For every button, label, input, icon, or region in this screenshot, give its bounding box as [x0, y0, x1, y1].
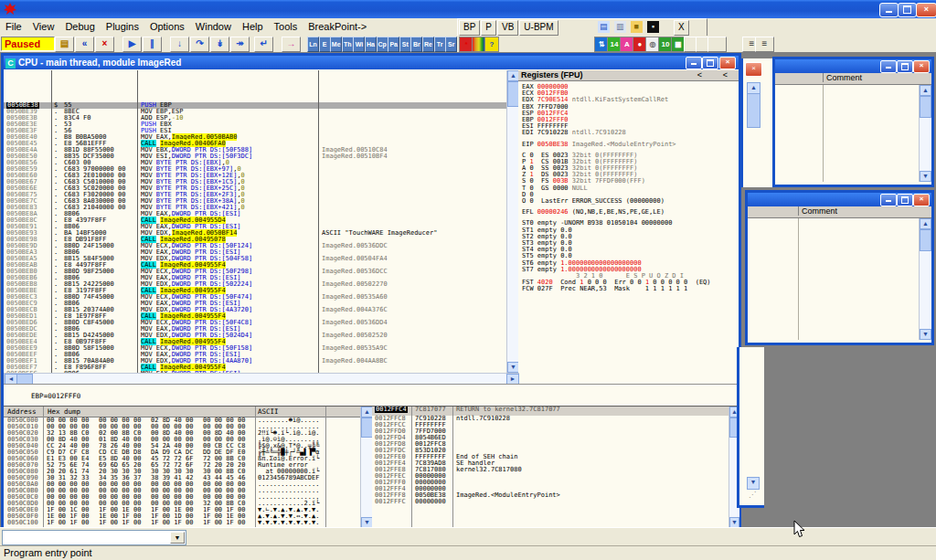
plugin-button-p[interactable]: P [481, 20, 496, 36]
step-into-icon[interactable]: ↓ [170, 37, 189, 52]
plugin-close-button[interactable]: X [674, 20, 689, 36]
toolbar-button-pa[interactable]: Pa [388, 37, 399, 52]
register-line[interactable]: O 0 LastErr ERROR_SUCCESS (00000000) [518, 198, 739, 205]
cpu-minimize-button[interactable] [686, 57, 702, 69]
run-icon[interactable]: ▶ [122, 37, 142, 52]
toolbar-button-re[interactable]: Re [422, 37, 434, 52]
main-titlebar[interactable]: × [0, 0, 936, 18]
trace-into-icon[interactable]: ↡ [210, 37, 229, 52]
list-2-icon[interactable]: ≡ [755, 37, 774, 52]
dump-row[interactable]: 0050C1001F 00 1F 001F 00 1F 001F 00 1F 0… [4, 520, 360, 526]
toolbar-button-cp[interactable]: Cp [377, 37, 388, 52]
comment2-close-button[interactable]: × [913, 194, 930, 206]
folder-icon[interactable]: ■ [631, 21, 643, 33]
help-icon[interactable]: ? [484, 37, 499, 52]
menu-item-options[interactable]: Options [144, 18, 190, 36]
comment-window-2[interactable]: × Comment ▲ ▼ [745, 190, 934, 345]
scroll-up-button[interactable]: ▲ [920, 85, 931, 96]
close-program-icon[interactable]: × [95, 37, 114, 52]
minimize-button[interactable] [879, 3, 899, 17]
pause-icon[interactable]: ∥ [143, 37, 162, 52]
comment2-scrollbar[interactable]: ▲ ▼ [919, 218, 931, 340]
registers-pane[interactable]: Registers (FPU) < < EAX 00000000ECX 0012… [518, 70, 739, 406]
cpu-window[interactable]: CCPU - main thread, module ImageRed × 00… [1, 53, 741, 530]
comment1-maximize-button[interactable] [897, 60, 913, 73]
fragment-scroll-thumb[interactable] [747, 93, 760, 128]
restart-icon[interactable]: « [75, 37, 94, 52]
menu-item-window[interactable]: Window [190, 18, 237, 36]
menu-item-tools[interactable]: Tools [269, 18, 303, 36]
restore-icon [903, 5, 911, 14]
comment1-close-button[interactable]: × [913, 60, 930, 73]
register-line[interactable]: EDI 7C910228 ntdll.7C910228 [518, 130, 739, 136]
command-combobox[interactable]: ▼ [2, 530, 186, 545]
toolbar-button-sr[interactable]: Sr [445, 37, 457, 52]
scroll-down-button[interactable]: ▼ [920, 329, 931, 340]
fragment-close-button[interactable]: × [745, 62, 762, 77]
comment2-maximize-button[interactable] [897, 194, 913, 206]
toolbar-button-me[interactable]: Me [330, 37, 342, 52]
log-icon[interactable]: ▥ [614, 21, 626, 33]
trace-over-icon[interactable]: ↠ [230, 37, 250, 52]
toolbar-button-st[interactable]: St [399, 37, 411, 52]
stack-row[interactable]: 0012FFFC00000000 [372, 499, 729, 505]
comment-window-1-titlebar[interactable]: × [775, 59, 931, 73]
stack-pane[interactable]: 0012FFC47C817077RETURN to kernel32.7C817… [372, 407, 729, 528]
toolbar-button-e[interactable]: E [319, 37, 331, 52]
disasm-col-divider-3[interactable] [318, 70, 319, 373]
scroll-thumb[interactable] [920, 229, 931, 251]
toolbar-button-ln[interactable]: Ln [307, 37, 319, 52]
register-line[interactable]: T 0 GS 0000 NULL [518, 185, 739, 192]
menu-item-plugins[interactable]: Plugins [101, 18, 144, 36]
cpu-maximize-button[interactable] [702, 57, 718, 69]
disassembly-pane[interactable]: 0050BE38$55PUSH EBP0050BE39.8BECMOV EBP,… [4, 70, 506, 373]
resize-grip-icon[interactable]: ⋰ [749, 491, 760, 502]
register-line[interactable]: EFL 00000246 (NO,NB,E,BE,NS,PE,GE,LE) [518, 209, 739, 216]
combobox-dropdown-button[interactable]: ▼ [170, 532, 185, 544]
pane-left-arrow[interactable]: < [697, 70, 702, 79]
disasm-vscrollbar[interactable]: ▲ ▼ [506, 70, 519, 373]
disasm-row[interactable]: 0050BE3B.83C4 F0ADD ESP,-10 [4, 115, 506, 122]
go-to-icon[interactable]: → [282, 37, 301, 52]
dump-vscrollbar[interactable]: ▲ ▼ [360, 407, 373, 528]
plugin-button-bp[interactable]: BP [459, 20, 480, 36]
plugin-button-vb[interactable]: VB [497, 20, 518, 36]
disasm-col-divider-1[interactable] [51, 70, 52, 373]
console-icon[interactable]: ▪ [647, 21, 659, 33]
open-file-icon[interactable]: ▤ [55, 37, 74, 52]
menu-item-debug[interactable]: Debug [59, 18, 100, 36]
menu-item-breakpoint[interactable]: BreakPoint-> [303, 18, 372, 36]
comment2-minimize-button[interactable] [880, 194, 897, 206]
disasm-row[interactable]: 0050BE3E.53PUSH EBX [4, 122, 506, 128]
text-segment: EFL [522, 208, 537, 216]
step-over-icon[interactable]: ↷ [190, 37, 209, 52]
menu-item-help[interactable]: Help [237, 18, 269, 36]
scroll-up-button[interactable]: ▲ [920, 218, 931, 229]
comment1-minimize-button[interactable] [880, 60, 897, 73]
toolbar-button-br[interactable]: Br [410, 37, 422, 52]
menu-item-file[interactable]: File [0, 18, 27, 36]
scroll-thumb[interactable] [920, 96, 931, 118]
comment1-scrollbar[interactable]: ▲ ▼ [919, 85, 931, 182]
scroll-down-button[interactable]: ▼ [920, 171, 931, 182]
register-line[interactable]: EIP 0050BE38 ImageRed.<ModuleEntryPoint> [518, 142, 739, 148]
pane-left-arrow-2[interactable]: < [723, 70, 728, 79]
disasm-col-divider-2[interactable] [137, 70, 138, 373]
plugin-button-u-bpm[interactable]: U-BPM [519, 20, 558, 36]
toolbar-button-ha[interactable]: Ha [365, 37, 377, 52]
restore-button[interactable] [898, 3, 917, 17]
toolbar-button-th[interactable]: Th [342, 37, 354, 52]
toolbar-button-tr[interactable]: Tr [434, 37, 446, 52]
execute-till-return-icon[interactable]: ↵ [254, 37, 273, 52]
register-line[interactable]: FCW 027F Prec NEAR,53 Mask 1 1 1 1 1 1 [518, 286, 739, 292]
cpu-titlebar[interactable]: CCPU - main thread, module ImageRed × [4, 56, 739, 69]
notepad-icon[interactable]: ▤ [598, 21, 610, 33]
cpu-close-button[interactable]: × [719, 57, 736, 69]
comment-window-2-titlebar[interactable]: × [748, 193, 931, 206]
dump-pane[interactable]: Address Hex dump ASCII 0050C00000 00 00 … [4, 407, 360, 528]
toolbar-button-wi[interactable]: Wi [353, 37, 365, 52]
close-button[interactable]: × [916, 3, 936, 17]
fragment-scroll-down-button[interactable]: ▼ [747, 477, 760, 490]
menu-item-view[interactable]: View [27, 18, 60, 36]
comment-window-1[interactable]: × Comment ▲ ▼ [772, 57, 934, 187]
